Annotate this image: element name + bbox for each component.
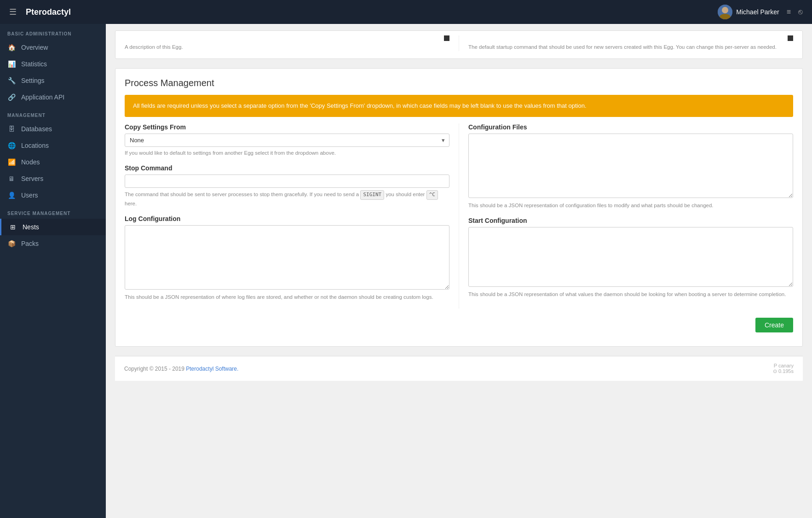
copy-settings-group: Copy Settings From None If you would lik… — [125, 123, 449, 157]
sidebar-item-locations[interactable]: 🌐 Locations — [0, 137, 106, 154]
sidebar-item-label: Statistics — [21, 60, 47, 68]
start-config-group: Start Configuration This should be a JSO… — [468, 217, 793, 298]
sidebar-item-label: Users — [21, 192, 38, 199]
api-icon: 🔗 — [7, 93, 16, 101]
left-description-help: A description of this Egg. — [125, 43, 449, 51]
logout-icon[interactable]: ⎋ — [798, 8, 803, 16]
copy-settings-label: Copy Settings From — [125, 123, 449, 131]
sidebar-item-users[interactable]: 👤 Users — [0, 187, 106, 204]
sidebar-item-label: Locations — [21, 142, 49, 149]
sidebar-item-label: Packs — [21, 240, 39, 247]
sidebar-item-label: Application API — [21, 93, 64, 101]
navbar-user: Michael Parker — [718, 5, 779, 19]
process-management-panel: Process Management All fields are requir… — [115, 68, 803, 347]
settings-icon: 🔧 — [7, 77, 16, 84]
log-config-help: This should be a JSON representation of … — [125, 293, 449, 301]
start-config-textarea[interactable] — [468, 227, 793, 287]
databases-icon: 🗄 — [7, 125, 16, 133]
partial-col-left: A description of this Egg. — [125, 35, 459, 51]
footer-link[interactable]: Pterodactyl Software. — [186, 366, 238, 372]
alert-warning: All fields are required unless you selec… — [125, 95, 793, 117]
main-layout: BASIC ADMINISTRATION 🏠 Overview 📊 Statis… — [0, 24, 812, 518]
log-config-textarea[interactable] — [125, 225, 449, 290]
sidebar-item-label: Overview — [21, 44, 48, 51]
service-management-label: SERVICE MANAGEMENT — [0, 204, 106, 219]
list-icon[interactable]: ≡ — [787, 8, 791, 16]
footer-time: ⊙ 0.195s — [773, 368, 794, 374]
resize-handle-left[interactable] — [444, 35, 449, 41]
copy-settings-select[interactable]: None — [125, 134, 449, 147]
copy-settings-help: If you would like to default to settings… — [125, 149, 449, 157]
stop-command-help: The command that should be sent to serve… — [125, 190, 449, 208]
form-col-right: Configuration Files This should be a JSO… — [459, 123, 793, 308]
partial-col-right: The default startup command that should … — [459, 35, 793, 51]
navbar-left: ☰ Pterodactyl — [9, 7, 71, 17]
caret-badge: ^C — [426, 190, 438, 200]
avatar — [718, 5, 732, 19]
create-button[interactable]: Create — [755, 318, 793, 332]
sigint-badge: SIGINT — [360, 190, 384, 200]
locations-icon: 🌐 — [7, 142, 16, 149]
sidebar-item-databases[interactable]: 🗄 Databases — [0, 121, 106, 137]
config-files-group: Configuration Files This should be a JSO… — [468, 123, 793, 210]
sidebar-item-label: Databases — [21, 125, 52, 133]
nests-icon: ⊞ — [9, 223, 17, 231]
config-files-label: Configuration Files — [468, 123, 793, 131]
sidebar-item-label: Nodes — [21, 158, 40, 166]
content-area: A description of this Egg. The default s… — [106, 24, 812, 518]
users-icon: 👤 — [7, 192, 16, 199]
copyright-text: Copyright © 2015 - 2019 — [124, 366, 184, 372]
stop-command-help-text3: here. — [125, 201, 137, 206]
stop-command-input[interactable] — [125, 175, 449, 188]
form-actions: Create — [115, 318, 802, 342]
process-management-title: Process Management — [115, 69, 802, 88]
sidebar: BASIC ADMINISTRATION 🏠 Overview 📊 Statis… — [0, 24, 106, 518]
svg-point-1 — [722, 7, 728, 13]
sidebar-item-packs[interactable]: 📦 Packs — [0, 235, 106, 252]
footer: Copyright © 2015 - 2019 Pterodactyl Soft… — [115, 356, 803, 381]
copy-settings-select-wrapper: None — [125, 134, 449, 147]
sidebar-item-application-api[interactable]: 🔗 Application API — [0, 89, 106, 105]
sidebar-item-label: Nests — [23, 223, 39, 231]
navbar-right: Michael Parker ≡ ⎋ — [718, 5, 803, 19]
sidebar-item-label: Settings — [21, 77, 45, 84]
sidebar-item-servers[interactable]: 🖥 Servers — [0, 170, 106, 187]
footer-copyright: Copyright © 2015 - 2019 Pterodactyl Soft… — [124, 366, 238, 372]
sidebar-item-settings[interactable]: 🔧 Settings — [0, 72, 106, 89]
footer-version: P canary — [773, 363, 794, 368]
log-config-label: Log Configuration — [125, 215, 449, 222]
nodes-icon: 📶 — [7, 158, 16, 166]
management-label: MANAGEMENT — [0, 105, 106, 121]
resize-handle-right[interactable] — [788, 35, 793, 41]
footer-right: P canary ⊙ 0.195s — [773, 363, 794, 374]
statistics-icon: 📊 — [7, 60, 16, 68]
packs-icon: 📦 — [7, 240, 16, 247]
hamburger-menu-icon[interactable]: ☰ — [9, 7, 17, 17]
start-config-help: This should be a JSON representation of … — [468, 291, 793, 298]
user-name: Michael Parker — [736, 8, 779, 16]
navbar-brand: Pterodactyl — [26, 7, 71, 17]
stop-command-help-text: The command that should be sent to serve… — [125, 192, 359, 197]
sidebar-item-statistics[interactable]: 📊 Statistics — [0, 56, 106, 72]
stop-command-group: Stop Command The command that should be … — [125, 164, 449, 208]
navbar: ☰ Pterodactyl Michael Parker ≡ ⎋ — [0, 0, 812, 24]
config-files-textarea[interactable] — [468, 134, 793, 198]
config-files-help: This should be a JSON representation of … — [468, 202, 793, 210]
partial-top-section: A description of this Egg. The default s… — [115, 30, 803, 59]
sidebar-item-nests[interactable]: ⊞ Nests — [0, 219, 106, 235]
log-config-group: Log Configuration This should be a JSON … — [125, 215, 449, 301]
home-icon: 🏠 — [7, 44, 16, 51]
servers-icon: 🖥 — [7, 175, 16, 182]
sidebar-item-label: Servers — [21, 175, 43, 182]
stop-command-help-text2: you should enter — [386, 192, 426, 197]
sidebar-item-nodes[interactable]: 📶 Nodes — [0, 154, 106, 170]
partial-row: A description of this Egg. The default s… — [125, 35, 793, 51]
right-description-help: The default startup command that should … — [468, 43, 793, 51]
form-col-left: Copy Settings From None If you would lik… — [125, 123, 459, 308]
form-section: Copy Settings From None If you would lik… — [115, 123, 802, 318]
start-config-label: Start Configuration — [468, 217, 793, 224]
stop-command-label: Stop Command — [125, 164, 449, 172]
sidebar-item-overview[interactable]: 🏠 Overview — [0, 39, 106, 56]
basic-admin-label: BASIC ADMINISTRATION — [0, 24, 106, 39]
